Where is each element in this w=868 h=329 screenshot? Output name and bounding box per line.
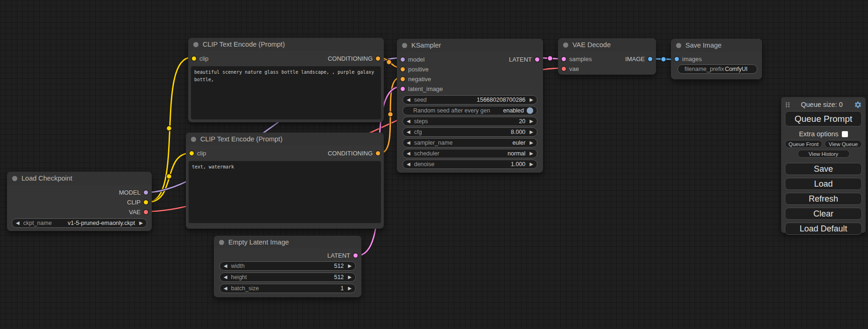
collapse-dot[interactable]: [676, 43, 681, 48]
collapse-dot[interactable]: [191, 137, 196, 142]
latent-port-dot[interactable]: [353, 253, 358, 258]
arrow-left-icon[interactable]: ◀: [407, 151, 410, 156]
scheduler-widget[interactable]: ◀ scheduler normal ▶: [402, 149, 537, 158]
node-title-bar[interactable]: CLIP Text Encode (Prompt): [186, 133, 384, 146]
collapse-dot[interactable]: [193, 42, 198, 47]
arrow-right-icon[interactable]: ▶: [529, 162, 533, 167]
arrow-left-icon[interactable]: ◀: [407, 140, 410, 145]
collapse-dot[interactable]: [219, 240, 224, 245]
latent-port-dot[interactable]: [562, 57, 566, 61]
node-empty-latent-image[interactable]: Empty Latent Image LATENT ◀ width 512 ▶ …: [214, 236, 361, 297]
menu-drag-handle[interactable]: [786, 102, 790, 107]
view-history-button[interactable]: View History: [797, 150, 850, 158]
steps-widget[interactable]: ◀ steps 20 ▶: [402, 117, 537, 126]
link-dot[interactable]: [548, 56, 553, 61]
latent-port-dot[interactable]: [401, 87, 405, 91]
seed-widget[interactable]: ◀ seed 156680208700286 ▶: [402, 95, 537, 105]
image-port-dot[interactable]: [648, 57, 652, 61]
arrow-right-icon[interactable]: ▶: [529, 151, 533, 156]
node-title-bar[interactable]: Load Checkpoint: [7, 172, 152, 185]
settings-gear-icon[interactable]: [854, 101, 862, 109]
arrow-left-icon[interactable]: ◀: [407, 119, 410, 124]
clear-button[interactable]: Clear: [785, 208, 862, 220]
node-clip-text-encode-negative[interactable]: CLIP Text Encode (Prompt) clip CONDITION…: [186, 133, 384, 229]
link-dot[interactable]: [387, 60, 392, 65]
latent-port-dot[interactable]: [535, 57, 539, 62]
queue-prompt-button[interactable]: Queue Prompt: [785, 111, 862, 126]
image-port-dot[interactable]: [675, 57, 679, 61]
arrow-left-icon[interactable]: ◀: [407, 162, 410, 167]
collapse-dot[interactable]: [563, 42, 568, 48]
sampler-name-widget[interactable]: ◀ sampler_name euler ▶: [402, 138, 537, 147]
collapse-dot[interactable]: [402, 43, 407, 48]
width-widget[interactable]: ◀ width 512 ▶: [219, 261, 356, 271]
widget-value: normal: [508, 150, 525, 157]
node-clip-text-encode-positive[interactable]: CLIP Text Encode (Prompt) clip CONDITION…: [188, 38, 384, 122]
node-title-bar[interactable]: CLIP Text Encode (Prompt): [188, 38, 384, 51]
link-dot[interactable]: [661, 57, 666, 62]
filename-prefix-widget[interactable]: filename_prefix ComfyUI: [677, 64, 757, 74]
arrow-right-icon[interactable]: ▶: [529, 98, 533, 102]
node-title: Empty Latent Image: [228, 238, 289, 246]
vae-port-dot[interactable]: [144, 210, 148, 214]
toggle-knob[interactable]: [527, 107, 533, 114]
queue-front-button[interactable]: Queue Front: [785, 140, 822, 148]
extra-options-checkbox[interactable]: [842, 131, 848, 137]
conditioning-port-dot[interactable]: [376, 56, 380, 61]
conditioning-port-dot[interactable]: [401, 77, 405, 81]
refresh-button[interactable]: Refresh: [785, 193, 862, 205]
widget-value: ComfyUI: [725, 66, 748, 72]
prompt-textarea[interactable]: text, watermark: [189, 161, 381, 223]
clip-port-dot[interactable]: [192, 56, 196, 61]
model-port-dot[interactable]: [144, 190, 148, 195]
node-title: Load Checkpoint: [21, 175, 72, 182]
batch-size-widget[interactable]: ◀ batch_size 1 ▶: [219, 284, 356, 293]
conditioning-port-dot[interactable]: [376, 151, 380, 155]
comfy-menu-panel[interactable]: Queue size: 0 Queue Prompt Extra options…: [781, 97, 866, 233]
arrow-right-icon[interactable]: ▶: [348, 264, 352, 268]
arrow-left-icon[interactable]: ◀: [407, 98, 410, 102]
output-vae: VAE: [129, 209, 148, 216]
cfg-widget[interactable]: ◀ cfg 8.000 ▶: [402, 127, 537, 137]
clip-port-dot[interactable]: [144, 200, 148, 204]
node-save-image[interactable]: Save Image images filename_prefix ComfyU…: [671, 39, 762, 79]
comfyui-canvas[interactable]: { "icons": { "arrow_left": "◀", "arrow_r…: [0, 0, 868, 329]
arrow-left-icon[interactable]: ◀: [224, 286, 227, 291]
arrow-left-icon[interactable]: ◀: [407, 130, 410, 134]
node-title-bar[interactable]: VAE Decode: [558, 38, 656, 51]
height-widget[interactable]: ◀ height 512 ▶: [219, 273, 356, 282]
arrow-right-icon[interactable]: ▶: [348, 275, 352, 280]
node-vae-decode[interactable]: VAE Decode samples IMAGE vae: [558, 38, 656, 75]
node-load-checkpoint[interactable]: Load Checkpoint MODEL CLIP VAE ◀ ckpt_na…: [7, 172, 152, 231]
view-queue-button[interactable]: View Queue: [825, 140, 862, 148]
link-dot[interactable]: [167, 174, 172, 179]
collapse-dot[interactable]: [12, 176, 17, 181]
load-button[interactable]: Load: [785, 178, 862, 190]
ckpt-name-widget[interactable]: ◀ ckpt_name v1-5-pruned-emaonly.ckpt ▶: [12, 218, 147, 228]
node-title-bar[interactable]: Empty Latent Image: [214, 236, 361, 249]
arrow-left-icon[interactable]: ◀: [224, 264, 227, 268]
vae-port-dot[interactable]: [562, 67, 566, 71]
arrow-right-icon[interactable]: ▶: [348, 286, 352, 291]
clip-port-dot[interactable]: [190, 151, 194, 155]
prompt-textarea[interactable]: beautiful scenery nature glass bottle la…: [191, 66, 381, 119]
link-dot[interactable]: [388, 112, 393, 117]
link-dot[interactable]: [167, 126, 172, 131]
model-port-dot[interactable]: [401, 57, 405, 62]
arrow-right-icon[interactable]: ▶: [529, 130, 533, 134]
arrow-right-icon[interactable]: ▶: [529, 119, 533, 124]
widget-label: filename_prefix: [685, 66, 724, 72]
arrow-right-icon[interactable]: ▶: [139, 221, 143, 225]
node-ksampler[interactable]: KSampler model LATENT positive negative …: [397, 39, 543, 173]
arrow-left-icon[interactable]: ◀: [16, 221, 20, 225]
conditioning-port-dot[interactable]: [401, 67, 405, 71]
random-seed-toggle-widget[interactable]: Random seed after every gen enabled: [402, 106, 537, 115]
arrow-right-icon[interactable]: ▶: [529, 140, 533, 145]
node-title-bar[interactable]: KSampler: [397, 39, 543, 52]
save-button[interactable]: Save: [785, 163, 862, 175]
denoise-widget[interactable]: ◀ denoise 1.000 ▶: [402, 160, 537, 169]
arrow-left-icon[interactable]: ◀: [224, 275, 227, 280]
output-latent: LATENT: [327, 252, 358, 259]
load-default-button[interactable]: Load Default: [785, 223, 862, 235]
node-title-bar[interactable]: Save Image: [671, 39, 762, 52]
